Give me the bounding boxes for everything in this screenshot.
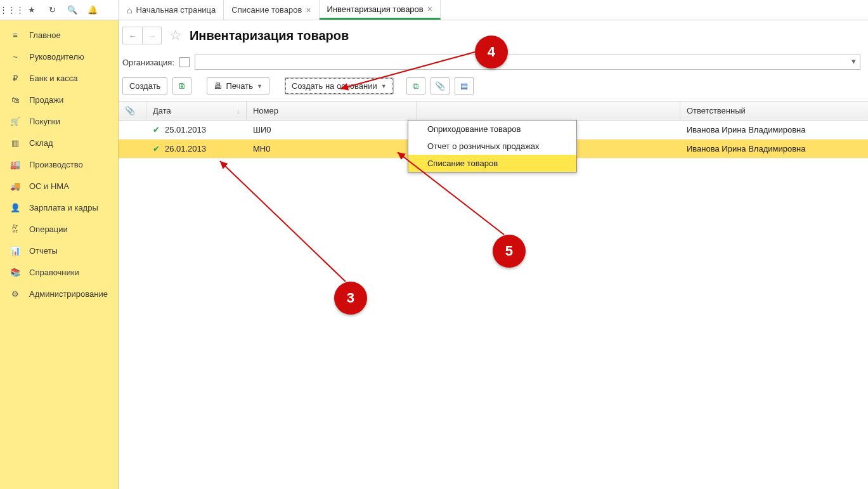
doc-icon: ✔	[153, 144, 160, 153]
col-label: Номер	[253, 106, 278, 115]
cell-date: 26.01.2013	[165, 144, 206, 153]
callout-label: 4	[488, 44, 495, 60]
sidebar-item-label: Покупки	[29, 117, 60, 126]
cell-date: 25.01.2013	[165, 125, 206, 134]
copy-icon: 🗎	[178, 81, 186, 91]
bars-icon: 📊	[10, 246, 20, 256]
tab-writeoff[interactable]: Списание товаров ×	[224, 0, 319, 20]
sidebar-item-main[interactable]: ≡Главное	[0, 24, 118, 46]
tab-home[interactable]: ⌂ Начальная страница	[119, 0, 224, 20]
sidebar-item-reports[interactable]: 📊Отчеты	[0, 240, 118, 261]
cell-responsible: Иванова Ирина Владимировна	[687, 144, 806, 153]
close-icon[interactable]: ×	[306, 6, 311, 15]
print-button[interactable]: 🖶Печать▼	[207, 77, 269, 95]
create-on-base-button[interactable]: Создать на основании▼	[285, 77, 394, 95]
list-icon: ▤	[460, 81, 468, 91]
dtkt-icon: Дт Кт	[10, 224, 20, 234]
col-warehouse[interactable]	[417, 101, 680, 120]
sidebar-item-manager[interactable]: ~Руководителю	[0, 46, 118, 67]
favorite-star-icon[interactable]: ☆	[169, 27, 182, 44]
sidebar-item-label: ОС и НМА	[29, 181, 69, 191]
sidebar-item-admin[interactable]: ⚙Администрирование	[0, 283, 118, 304]
table-header: 📎 Дата↓ Номер Ответственный Организация	[119, 101, 868, 121]
org-filter-checkbox[interactable]	[179, 57, 190, 67]
person-icon: 👤	[10, 203, 20, 212]
create-on-base-dropdown: Оприходование товаров Отчет о розничных …	[408, 120, 577, 173]
callout-label: 5	[505, 243, 513, 259]
sidebar-item-label: Справочники	[29, 268, 79, 277]
create-button[interactable]: Создать	[122, 77, 167, 95]
sidebar-item-label: Главное	[29, 30, 61, 40]
paperclip-icon: 📎	[435, 81, 445, 91]
sidebar-item-label: Отчеты	[29, 246, 58, 256]
bag-icon: 🛍	[10, 95, 20, 105]
doc-icon: ✔	[153, 125, 160, 134]
apps-icon[interactable]: ⋮⋮⋮	[6, 5, 16, 15]
dd-label: Списание товаров	[427, 159, 498, 168]
sidebar-item-label: Операции	[29, 225, 68, 234]
sidebar-item-label: Банк и касса	[29, 74, 78, 83]
dd-item-retail-report[interactable]: Отчет о розничных продажах	[408, 138, 576, 155]
col-date[interactable]: Дата↓	[146, 101, 247, 120]
paperclip-icon: 📎	[125, 106, 135, 115]
books-icon: 📚	[10, 268, 20, 277]
truck-icon: 🚚	[10, 181, 20, 191]
sidebar-item-operations[interactable]: Дт КтОперации	[0, 218, 118, 240]
col-attach[interactable]: 📎	[119, 101, 146, 120]
sort-down-icon: ↓	[236, 107, 240, 115]
top-bar: ⋮⋮⋮ ★ ↻ 🔍 🔔 ⌂ Начальная страница Списани…	[0, 0, 868, 20]
tab-inventory[interactable]: Инвентаризация товаров ×	[320, 0, 441, 20]
button-label: Создать	[129, 81, 160, 91]
sidebar-item-label: Склад	[29, 138, 53, 148]
org-filter-input[interactable]	[195, 55, 860, 70]
back-button[interactable]: ←	[123, 27, 142, 44]
tab-label: Списание товаров	[231, 5, 302, 15]
gear-icon: ⚙	[10, 289, 20, 299]
sidebar-item-sales[interactable]: 🛍Продажи	[0, 89, 118, 110]
warehouse-icon: ▥	[10, 138, 20, 148]
factory-icon: 🏭	[10, 160, 20, 169]
history-icon[interactable]: ↻	[47, 5, 57, 15]
col-responsible[interactable]: Ответственный	[680, 101, 868, 120]
button-label: Создать на основании	[292, 81, 377, 91]
tab-label: Начальная страница	[136, 5, 216, 15]
ruble-icon: ₽	[10, 74, 20, 83]
org-filter-label: Организация:	[122, 58, 174, 67]
dd-label: Отчет о розничных продажах	[427, 141, 540, 151]
sidebar-item-label: Производство	[29, 160, 83, 169]
dd-item-receipt[interactable]: Оприходование товаров	[408, 121, 576, 138]
sidebar-item-catalogs[interactable]: 📚Справочники	[0, 261, 118, 283]
toolbar: Создать 🗎 🖶Печать▼ Создать на основании▼…	[119, 74, 868, 101]
svg-line-2	[220, 161, 346, 282]
sidebar-item-label: Зарплата и кадры	[29, 203, 98, 212]
dd-label: Оприходование товаров	[427, 124, 521, 134]
star-icon[interactable]: ★	[27, 5, 37, 15]
sidebar-item-production[interactable]: 🏭Производство	[0, 153, 118, 175]
search-icon[interactable]: 🔍	[67, 5, 77, 15]
callout-5: 5	[493, 235, 526, 268]
dd-item-writeoff[interactable]: Списание товаров	[408, 155, 576, 172]
cell-number: МН0	[253, 144, 270, 153]
bell-icon[interactable]: 🔔	[87, 5, 98, 15]
attach-button[interactable]: 📎	[431, 77, 450, 95]
col-number[interactable]: Номер	[247, 101, 417, 120]
forward-button[interactable]: →	[142, 27, 161, 44]
col-label: Дата	[153, 106, 171, 115]
related-button[interactable]: ⧉	[406, 77, 425, 95]
tab-label: Инвентаризация товаров	[327, 4, 424, 14]
chevron-down-icon: ▼	[381, 83, 387, 89]
printer-icon: 🖶	[214, 81, 222, 91]
sidebar-item-bank[interactable]: ₽Банк и касса	[0, 67, 118, 89]
sidebar-item-assets[interactable]: 🚚ОС и НМА	[0, 175, 118, 197]
sidebar-item-label: Продажи	[29, 95, 63, 105]
callout-4: 4	[475, 36, 508, 68]
sidebar-item-purchases[interactable]: 🛒Покупки	[0, 110, 118, 132]
close-icon[interactable]: ×	[427, 4, 432, 13]
list-settings-button[interactable]: ▤	[455, 77, 474, 95]
sidebar-item-label: Администрирование	[29, 289, 108, 299]
copy-button[interactable]: 🗎	[172, 77, 191, 95]
home-icon: ⌂	[127, 5, 132, 15]
menu-icon: ≡	[10, 30, 20, 40]
sidebar-item-warehouse[interactable]: ▥Склад	[0, 132, 118, 153]
sidebar-item-salary[interactable]: 👤Зарплата и кадры	[0, 197, 118, 218]
